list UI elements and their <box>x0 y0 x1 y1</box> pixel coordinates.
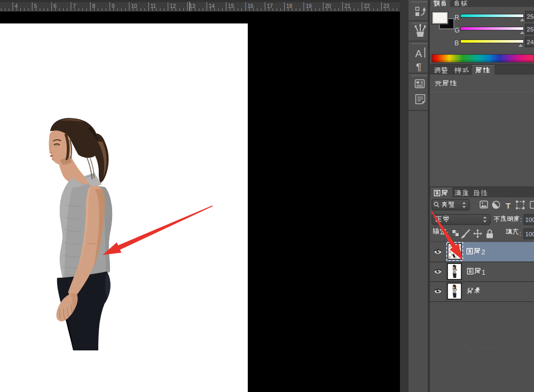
svg-text:¶: ¶ <box>416 61 421 73</box>
svg-text::: : <box>520 216 522 223</box>
svg-text:12: 12 <box>170 3 176 9</box>
svg-text:23: 23 <box>383 3 390 9</box>
svg-text:17: 17 <box>267 3 273 9</box>
svg-text:19: 19 <box>305 3 312 9</box>
svg-text:8: 8 <box>92 3 96 9</box>
svg-text:1: 1 <box>482 269 485 276</box>
svg-text:T: T <box>506 201 511 210</box>
svg-text:4: 4 <box>15 3 18 9</box>
svg-text:18: 18 <box>286 3 293 9</box>
svg-text:R: R <box>454 14 459 21</box>
svg-text:2: 2 <box>482 249 485 256</box>
svg-text:21: 21 <box>344 3 351 9</box>
svg-text:245: 245 <box>527 39 534 45</box>
svg-text:7: 7 <box>73 3 76 9</box>
svg-text:5: 5 <box>34 3 37 9</box>
svg-text:A: A <box>415 48 422 59</box>
svg-text:14: 14 <box>209 3 215 9</box>
svg-text:10: 10 <box>131 3 138 9</box>
svg-text:255: 255 <box>527 26 534 33</box>
svg-text:20: 20 <box>325 3 332 9</box>
svg-text:255: 255 <box>527 13 534 20</box>
svg-text:22: 22 <box>364 3 370 9</box>
svg-text:13: 13 <box>190 3 196 9</box>
svg-text:G: G <box>454 27 460 34</box>
svg-text:100%: 100% <box>525 217 534 223</box>
svg-text:15: 15 <box>228 3 234 9</box>
svg-text:6: 6 <box>53 3 57 9</box>
svg-text:16: 16 <box>248 3 254 9</box>
svg-text:100%: 100% <box>525 231 534 237</box>
svg-text:11: 11 <box>151 3 156 9</box>
svg-text:9: 9 <box>112 3 115 9</box>
svg-text::: : <box>520 230 521 237</box>
svg-text:B: B <box>454 39 459 47</box>
